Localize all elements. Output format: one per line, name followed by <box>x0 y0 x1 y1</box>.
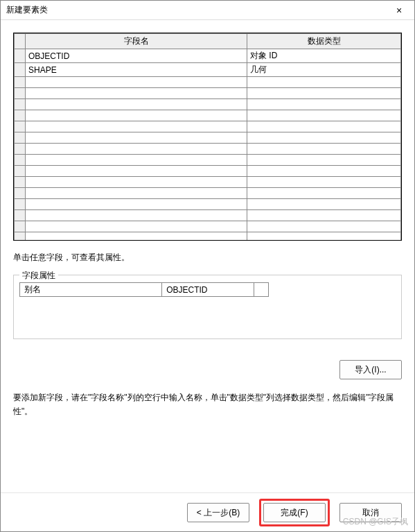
import-row: 导入(I)... <box>13 360 402 379</box>
cell-fieldname[interactable]: SHAPE <box>26 63 247 77</box>
row-selector[interactable] <box>15 199 26 210</box>
table-row-empty[interactable] <box>15 144 401 155</box>
cell-fieldname[interactable] <box>26 199 247 210</box>
cell-fieldname[interactable] <box>26 177 247 188</box>
table-row-empty[interactable] <box>15 232 401 241</box>
table-row-empty[interactable] <box>15 221 401 232</box>
row-selector[interactable] <box>15 166 26 177</box>
cell-datatype[interactable] <box>247 132 401 144</box>
cell-datatype[interactable] <box>247 177 401 188</box>
cell-datatype[interactable] <box>247 110 401 121</box>
table-row-empty[interactable] <box>15 121 401 132</box>
row-selector[interactable] <box>15 121 26 132</box>
cell-datatype[interactable] <box>247 77 401 88</box>
close-icon[interactable]: × <box>389 1 409 20</box>
row-selector[interactable] <box>15 77 26 88</box>
cell-datatype[interactable]: 几何 <box>247 63 401 77</box>
cell-fieldname[interactable] <box>26 166 247 177</box>
cell-fieldname[interactable] <box>26 155 247 166</box>
table-row[interactable]: SHAPE几何 <box>15 63 401 77</box>
back-button[interactable]: < 上一步(B) <box>187 503 249 522</box>
table-row-empty[interactable] <box>15 155 401 166</box>
field-properties-group: 字段属性 别名 OBJECTID <box>13 275 402 339</box>
cell-fieldname[interactable] <box>26 77 247 88</box>
row-header-blank <box>15 34 26 49</box>
cell-datatype[interactable] <box>247 99 401 110</box>
cell-fieldname[interactable] <box>26 188 247 199</box>
cell-fieldname[interactable]: OBJECTID <box>26 49 247 63</box>
cell-fieldname[interactable] <box>26 132 247 144</box>
row-selector[interactable] <box>15 155 26 166</box>
cell-datatype[interactable] <box>247 121 401 132</box>
prop-alias-value[interactable]: OBJECTID <box>162 283 254 297</box>
cell-fieldname[interactable] <box>26 88 247 99</box>
prop-alias-extra[interactable] <box>254 283 269 297</box>
row-selector[interactable] <box>15 188 26 199</box>
row-selector[interactable] <box>15 210 26 221</box>
cell-datatype[interactable] <box>247 155 401 166</box>
fields-grid[interactable]: 字段名 数据类型 OBJECTID对象 IDSHAPE几何 <box>13 33 402 241</box>
row-selector[interactable] <box>15 132 26 144</box>
cell-fieldname[interactable] <box>26 210 247 221</box>
col-header-fieldname[interactable]: 字段名 <box>26 34 247 49</box>
finish-highlight: 完成(F) <box>259 499 330 526</box>
titlebar: 新建要素类 × <box>1 1 414 20</box>
cell-datatype[interactable] <box>247 188 401 199</box>
prop-alias-key[interactable]: 别名 <box>20 283 162 297</box>
cell-datatype[interactable] <box>247 166 401 177</box>
cell-datatype[interactable] <box>247 232 401 241</box>
instruction-text: 要添加新字段，请在"字段名称"列的空行中输入名称，单击"数据类型"列选择数据类型… <box>13 391 402 419</box>
row-selector[interactable] <box>15 110 26 121</box>
cell-fieldname[interactable] <box>26 99 247 110</box>
row-selector[interactable] <box>15 221 26 232</box>
row-selector[interactable] <box>15 63 26 77</box>
row-selector[interactable] <box>15 144 26 155</box>
table-row-empty[interactable] <box>15 132 401 144</box>
row-selector[interactable] <box>15 99 26 110</box>
cell-fieldname[interactable] <box>26 221 247 232</box>
dialog-window: 新建要素类 × 字段名 数据类型 OBJECTID对象 IDSHAPE几何 单击… <box>0 0 415 532</box>
cell-fieldname[interactable] <box>26 232 247 241</box>
table-row-empty[interactable] <box>15 166 401 177</box>
table-row-empty[interactable] <box>15 77 401 88</box>
table-row-empty[interactable] <box>15 99 401 110</box>
cancel-button[interactable]: 取消 <box>339 503 402 522</box>
table-row-empty[interactable] <box>15 199 401 210</box>
cell-datatype[interactable] <box>247 210 401 221</box>
table-row-empty[interactable] <box>15 177 401 188</box>
cell-datatype[interactable] <box>247 199 401 210</box>
col-header-datatype[interactable]: 数据类型 <box>247 34 401 49</box>
row-selector[interactable] <box>15 49 26 63</box>
import-button[interactable]: 导入(I)... <box>339 360 402 379</box>
dialog-content: 字段名 数据类型 OBJECTID对象 IDSHAPE几何 单击任意字段，可查看… <box>1 20 414 492</box>
cell-datatype[interactable] <box>247 88 401 99</box>
cell-fieldname[interactable] <box>26 144 247 155</box>
row-selector[interactable] <box>15 232 26 241</box>
row-selector[interactable] <box>15 177 26 188</box>
cell-datatype[interactable] <box>247 221 401 232</box>
field-properties-label: 字段属性 <box>19 270 58 282</box>
cell-fieldname[interactable] <box>26 110 247 121</box>
row-selector[interactable] <box>15 88 26 99</box>
table-row-empty[interactable] <box>15 210 401 221</box>
field-properties-table: 别名 OBJECTID <box>19 282 269 297</box>
finish-button[interactable]: 完成(F) <box>263 503 326 522</box>
cell-datatype[interactable] <box>247 144 401 155</box>
table-row[interactable]: OBJECTID对象 ID <box>15 49 401 63</box>
hint-text: 单击任意字段，可查看其属性。 <box>13 252 402 264</box>
window-title: 新建要素类 <box>6 4 48 16</box>
table-row-empty[interactable] <box>15 110 401 121</box>
table-row-empty[interactable] <box>15 88 401 99</box>
dialog-footer: < 上一步(B) 完成(F) 取消 <box>1 492 414 531</box>
cell-fieldname[interactable] <box>26 121 247 132</box>
cell-datatype[interactable]: 对象 ID <box>247 49 401 63</box>
table-row-empty[interactable] <box>15 188 401 199</box>
